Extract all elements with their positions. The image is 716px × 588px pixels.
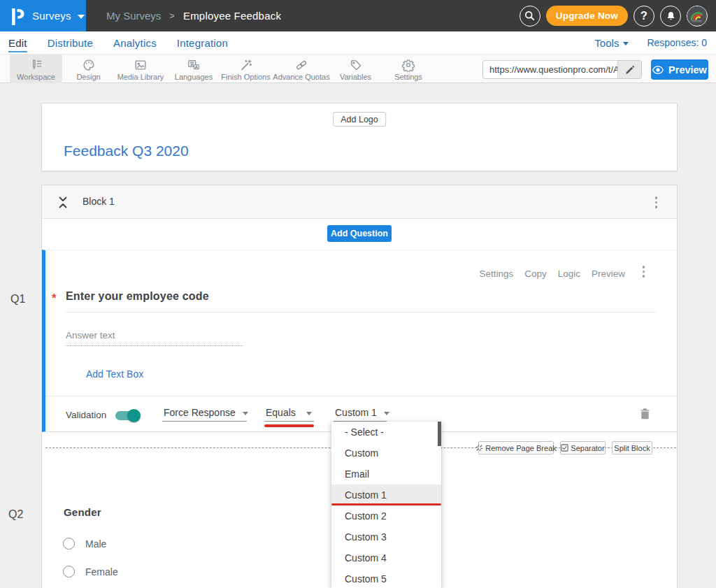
chevron-down-icon — [78, 15, 85, 19]
match-value-dropdown[interactable]: Custom 1 — [334, 407, 387, 422]
remove-page-break-button[interactable]: Remove Page Break — [478, 441, 554, 454]
gear-icon — [401, 59, 415, 71]
validation-label: Validation — [66, 410, 106, 420]
chevron-down-icon — [384, 412, 389, 415]
dropdown-option-custom-3[interactable]: Custom 3 — [331, 526, 441, 547]
add-logo-button[interactable]: Add Logo — [333, 112, 386, 127]
question-menu-button[interactable] — [643, 266, 645, 278]
toolbar-item-label: Advance Quotas — [273, 73, 329, 81]
tools-label: Tools — [594, 37, 619, 49]
required-asterisk: * — [52, 292, 57, 306]
tools-menu[interactable]: Tools — [594, 37, 629, 49]
toolbar-item-advance-quotas[interactable]: Advance Quotas — [274, 55, 329, 83]
palette-icon — [82, 59, 96, 71]
notifications-button[interactable] — [660, 6, 681, 27]
radio-option-female[interactable]: Female — [63, 566, 118, 578]
toolbar-item-label: Languages — [175, 73, 213, 81]
dropdown-option-custom-2[interactable]: Custom 2 — [331, 505, 441, 526]
bell-icon — [666, 10, 676, 21]
search-icon — [524, 10, 535, 21]
preview-label: Preview — [668, 64, 707, 76]
add-question-button[interactable]: Add Question — [327, 225, 392, 242]
match-value-dropdown-menu: - Select - Custom Email Custom 1 Custom … — [331, 422, 441, 588]
question-1-gutter-label: Q1 — [10, 293, 25, 306]
chevron-down-icon — [306, 412, 312, 415]
chevron-down-icon — [243, 412, 248, 415]
radio-option-male[interactable]: Male — [63, 538, 106, 550]
toolbar-item-variables[interactable]: Variables — [336, 55, 375, 83]
dropdown-option-select[interactable]: - Select - — [331, 422, 441, 443]
wand-icon — [239, 59, 253, 71]
question-title-underline — [66, 312, 656, 313]
topbar-actions: Upgrade Now ? — [520, 0, 708, 31]
tab-edit[interactable]: Edit — [8, 37, 27, 52]
question-1-card: Settings Copy Logic Preview * Enter your… — [42, 250, 677, 432]
question-2-gutter-label: Q2 — [8, 508, 23, 521]
tab-analytics[interactable]: Analytics — [113, 37, 157, 49]
validation-toggle[interactable] — [115, 411, 139, 420]
question-actions: Settings Copy Logic Preview — [479, 268, 625, 279]
translate-icon — [187, 59, 201, 71]
preview-button[interactable]: Preview — [651, 59, 708, 80]
separator-button[interactable]: Separator — [560, 441, 606, 454]
radio-option-label: Female — [85, 566, 118, 578]
breadcrumb-current: Employee Feedback — [183, 10, 281, 22]
image-icon — [134, 59, 148, 71]
tab-distribute[interactable]: Distribute — [48, 37, 93, 49]
question-logic-link[interactable]: Logic — [558, 268, 580, 279]
toolbar-item-languages[interactable]: Languages — [173, 55, 215, 83]
breadcrumb-my-surveys[interactable]: My Surveys — [106, 10, 161, 22]
radio-icon — [63, 566, 75, 578]
dropdown-scrollbar[interactable] — [438, 422, 441, 446]
survey-url-box: https://www.questionpro.com/t/A — [482, 60, 642, 79]
radio-icon — [63, 538, 75, 550]
search-button[interactable] — [520, 6, 540, 27]
edit-url-button[interactable] — [617, 61, 641, 78]
survey-editor-canvas: Add Logo Feedback Q3 2020 Block 1 Add Qu… — [0, 83, 716, 588]
operator-dropdown[interactable]: Equals — [264, 407, 314, 422]
collapse-block-button[interactable] — [57, 196, 69, 208]
help-button[interactable]: ? — [633, 6, 654, 27]
breadcrumb-separator: > — [169, 10, 175, 21]
block-header: Block 1 — [42, 185, 677, 219]
add-text-box-link[interactable]: Add Text Box — [86, 368, 143, 380]
question-1-title[interactable]: Enter your employee code — [66, 290, 209, 303]
toolbar-item-finish-options[interactable]: Finish Options — [221, 55, 271, 83]
block-menu-button[interactable] — [655, 196, 658, 208]
links-icon — [294, 59, 308, 71]
question-preview-link[interactable]: Preview — [592, 268, 625, 279]
block-title[interactable]: Block 1 — [83, 196, 115, 207]
radio-option-label: Male — [85, 538, 106, 550]
tab-integration[interactable]: Integration — [177, 37, 228, 49]
force-response-dropdown[interactable]: Force Response — [162, 407, 247, 422]
avatar[interactable] — [687, 6, 708, 27]
toolbar-item-media-library[interactable]: Media Library — [114, 55, 167, 83]
responses-count[interactable]: Responses: 0 — [647, 37, 707, 48]
split-block-button[interactable]: Split Block — [612, 441, 652, 454]
pencil-icon — [625, 65, 635, 75]
dropdown-option-custom-1[interactable]: Custom 1 — [331, 485, 441, 505]
app-switcher[interactable]: Surveys — [0, 0, 86, 31]
question-2-title[interactable]: Gender — [64, 506, 101, 518]
question-settings-link[interactable]: Settings — [479, 268, 513, 279]
upgrade-button[interactable]: Upgrade Now — [546, 6, 628, 26]
toolbar-item-label: Media Library — [117, 73, 164, 81]
section-tabs: Edit Distribute Analytics Integration — [8, 31, 228, 54]
chevron-down-icon — [623, 42, 629, 45]
toolbar-item-design[interactable]: Design — [69, 55, 108, 83]
toolbar-item-label: Variables — [340, 73, 371, 81]
toolbar-item-settings[interactable]: Settings — [389, 55, 428, 83]
dropdown-option-custom-5[interactable]: Custom 5 — [331, 568, 441, 588]
toolbar-item-workspace[interactable]: Workspace — [10, 55, 62, 83]
toolbar-item-label: Design — [76, 73, 100, 81]
dropdown-option-custom-4[interactable]: Custom 4 — [331, 547, 441, 568]
survey-url-input[interactable]: https://www.questionpro.com/t/A — [483, 61, 617, 78]
delete-validation-button[interactable] — [640, 408, 650, 420]
question-copy-link[interactable]: Copy — [524, 268, 547, 279]
dropdown-option-email[interactable]: Email — [331, 464, 441, 485]
answer-text-field[interactable]: Answer text — [66, 330, 243, 346]
survey-title[interactable]: Feedback Q3 2020 — [64, 143, 189, 159]
collapse-icon — [59, 196, 67, 208]
remove-page-break-label: Remove Page Break — [485, 444, 557, 452]
dropdown-option-custom[interactable]: Custom — [331, 443, 441, 464]
